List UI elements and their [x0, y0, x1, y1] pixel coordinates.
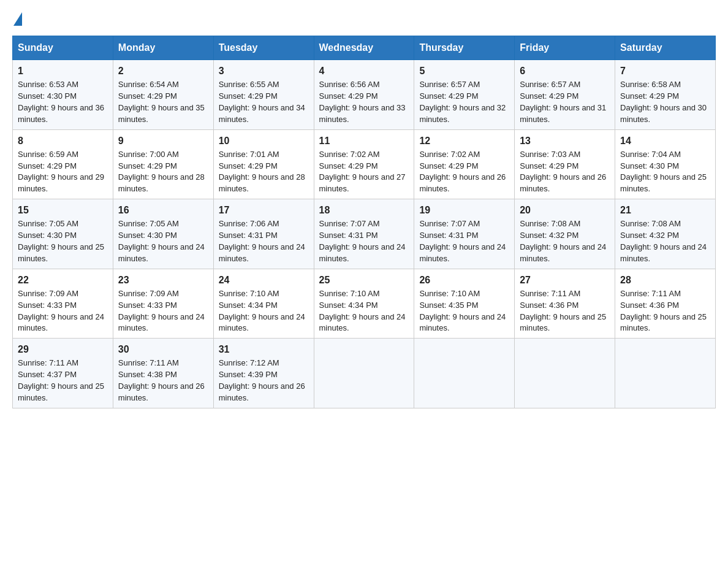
day-daylight: Daylight: 9 hours and 27 minutes.	[319, 172, 406, 193]
day-daylight: Daylight: 9 hours and 24 minutes.	[419, 312, 506, 333]
day-sunrise: Sunrise: 7:06 AM	[219, 219, 279, 228]
day-sunset: Sunset: 4:39 PM	[219, 370, 278, 379]
day-number: 18	[319, 203, 409, 217]
day-sunset: Sunset: 4:31 PM	[219, 231, 278, 240]
day-sunrise: Sunrise: 7:00 AM	[118, 150, 179, 159]
calendar-day-cell: 24 Sunrise: 7:10 AM Sunset: 4:34 PM Dayl…	[213, 269, 314, 339]
day-number: 5	[419, 64, 509, 78]
day-sunset: Sunset: 4:30 PM	[118, 231, 177, 240]
calendar-day-cell: 25 Sunrise: 7:10 AM Sunset: 4:34 PM Dayl…	[314, 269, 414, 339]
day-sunset: Sunset: 4:34 PM	[319, 301, 378, 310]
day-sunset: Sunset: 4:34 PM	[219, 301, 278, 310]
day-sunrise: Sunrise: 7:11 AM	[118, 358, 179, 367]
calendar-week-row: 15 Sunrise: 7:05 AM Sunset: 4:30 PM Dayl…	[13, 199, 716, 269]
day-daylight: Daylight: 9 hours and 26 minutes.	[520, 172, 606, 193]
day-number: 4	[319, 64, 409, 78]
day-daylight: Daylight: 9 hours and 25 minutes.	[18, 381, 104, 402]
day-sunrise: Sunrise: 7:07 AM	[419, 219, 480, 228]
calendar-header-thursday: Thursday	[414, 36, 515, 60]
day-sunset: Sunset: 4:31 PM	[319, 231, 378, 240]
day-sunrise: Sunrise: 7:07 AM	[319, 219, 380, 228]
day-sunrise: Sunrise: 7:10 AM	[219, 289, 279, 298]
calendar-day-cell: 31 Sunrise: 7:12 AM Sunset: 4:39 PM Dayl…	[213, 339, 314, 408]
day-sunset: Sunset: 4:29 PM	[219, 161, 278, 170]
day-sunset: Sunset: 4:36 PM	[520, 301, 578, 310]
day-number: 17	[219, 203, 309, 217]
day-sunrise: Sunrise: 7:08 AM	[520, 219, 580, 228]
day-daylight: Daylight: 9 hours and 24 minutes.	[118, 242, 205, 263]
day-daylight: Daylight: 9 hours and 34 minutes.	[219, 103, 305, 124]
calendar-day-cell: 12 Sunrise: 7:02 AM Sunset: 4:29 PM Dayl…	[414, 129, 515, 199]
day-number: 21	[620, 203, 710, 217]
day-sunset: Sunset: 4:31 PM	[419, 231, 478, 240]
calendar-header-wednesday: Wednesday	[314, 36, 414, 60]
day-sunset: Sunset: 4:38 PM	[118, 370, 177, 379]
calendar-day-cell: 13 Sunrise: 7:03 AM Sunset: 4:29 PM Dayl…	[515, 129, 615, 199]
day-sunset: Sunset: 4:32 PM	[620, 231, 679, 240]
day-daylight: Daylight: 9 hours and 25 minutes.	[520, 312, 606, 333]
day-number: 20	[520, 203, 610, 217]
day-sunset: Sunset: 4:33 PM	[118, 301, 177, 310]
day-number: 28	[620, 273, 710, 287]
day-number: 1	[18, 64, 108, 78]
day-sunset: Sunset: 4:33 PM	[18, 301, 77, 310]
day-sunset: Sunset: 4:29 PM	[419, 161, 478, 170]
day-sunrise: Sunrise: 6:57 AM	[419, 80, 480, 89]
day-sunset: Sunset: 4:35 PM	[419, 301, 478, 310]
day-daylight: Daylight: 9 hours and 29 minutes.	[18, 172, 104, 193]
day-daylight: Daylight: 9 hours and 24 minutes.	[118, 312, 205, 333]
day-sunrise: Sunrise: 7:05 AM	[118, 219, 179, 228]
day-sunrise: Sunrise: 6:57 AM	[520, 80, 580, 89]
calendar-day-cell: 1 Sunrise: 6:53 AM Sunset: 4:30 PM Dayli…	[13, 60, 113, 130]
calendar-day-cell: 8 Sunrise: 6:59 AM Sunset: 4:29 PM Dayli…	[13, 129, 113, 199]
calendar-day-cell: 6 Sunrise: 6:57 AM Sunset: 4:29 PM Dayli…	[515, 60, 615, 130]
logo-triangle-icon	[13, 12, 22, 26]
calendar-week-row: 29 Sunrise: 7:11 AM Sunset: 4:37 PM Dayl…	[13, 339, 716, 408]
day-sunrise: Sunrise: 7:01 AM	[219, 150, 279, 159]
day-number: 23	[118, 273, 208, 287]
calendar-day-cell: 19 Sunrise: 7:07 AM Sunset: 4:31 PM Dayl…	[414, 199, 515, 269]
day-number: 24	[219, 273, 309, 287]
calendar-day-cell: 29 Sunrise: 7:11 AM Sunset: 4:37 PM Dayl…	[13, 339, 113, 408]
calendar-day-cell: 4 Sunrise: 6:56 AM Sunset: 4:29 PM Dayli…	[314, 60, 414, 130]
day-daylight: Daylight: 9 hours and 24 minutes.	[219, 242, 305, 263]
day-daylight: Daylight: 9 hours and 24 minutes.	[319, 242, 406, 263]
calendar-week-row: 8 Sunrise: 6:59 AM Sunset: 4:29 PM Dayli…	[13, 129, 716, 199]
calendar-day-cell: 30 Sunrise: 7:11 AM Sunset: 4:38 PM Dayl…	[113, 339, 213, 408]
day-sunrise: Sunrise: 6:59 AM	[18, 150, 78, 159]
calendar-day-cell	[314, 339, 414, 408]
day-sunrise: Sunrise: 7:04 AM	[620, 150, 681, 159]
day-sunset: Sunset: 4:30 PM	[620, 161, 679, 170]
day-sunrise: Sunrise: 6:54 AM	[118, 80, 179, 89]
day-daylight: Daylight: 9 hours and 28 minutes.	[118, 172, 205, 193]
day-sunset: Sunset: 4:29 PM	[219, 91, 278, 101]
day-sunset: Sunset: 4:29 PM	[118, 91, 177, 101]
day-sunset: Sunset: 4:32 PM	[520, 231, 578, 240]
day-number: 29	[18, 342, 108, 356]
calendar-week-row: 22 Sunrise: 7:09 AM Sunset: 4:33 PM Dayl…	[13, 269, 716, 339]
day-number: 11	[319, 134, 409, 148]
day-sunset: Sunset: 4:29 PM	[520, 161, 578, 170]
day-daylight: Daylight: 9 hours and 36 minutes.	[18, 103, 104, 124]
day-daylight: Daylight: 9 hours and 24 minutes.	[319, 312, 406, 333]
day-number: 25	[319, 273, 409, 287]
calendar-day-cell: 14 Sunrise: 7:04 AM Sunset: 4:30 PM Dayl…	[615, 129, 716, 199]
day-sunset: Sunset: 4:30 PM	[18, 91, 77, 101]
day-sunrise: Sunrise: 6:58 AM	[620, 80, 681, 89]
logo	[12, 12, 23, 25]
day-daylight: Daylight: 9 hours and 25 minutes.	[18, 242, 104, 263]
day-number: 27	[520, 273, 610, 287]
day-sunrise: Sunrise: 7:10 AM	[319, 289, 380, 298]
calendar-day-cell: 22 Sunrise: 7:09 AM Sunset: 4:33 PM Dayl…	[13, 269, 113, 339]
calendar-day-cell: 5 Sunrise: 6:57 AM Sunset: 4:29 PM Dayli…	[414, 60, 515, 130]
day-number: 26	[419, 273, 509, 287]
day-number: 13	[520, 134, 610, 148]
day-daylight: Daylight: 9 hours and 24 minutes.	[219, 312, 305, 333]
day-daylight: Daylight: 9 hours and 24 minutes.	[520, 242, 606, 263]
calendar-day-cell: 16 Sunrise: 7:05 AM Sunset: 4:30 PM Dayl…	[113, 199, 213, 269]
day-number: 31	[219, 342, 309, 356]
day-sunset: Sunset: 4:30 PM	[18, 231, 77, 240]
day-daylight: Daylight: 9 hours and 32 minutes.	[419, 103, 506, 124]
day-sunset: Sunset: 4:37 PM	[18, 370, 77, 379]
day-sunrise: Sunrise: 6:55 AM	[219, 80, 279, 89]
